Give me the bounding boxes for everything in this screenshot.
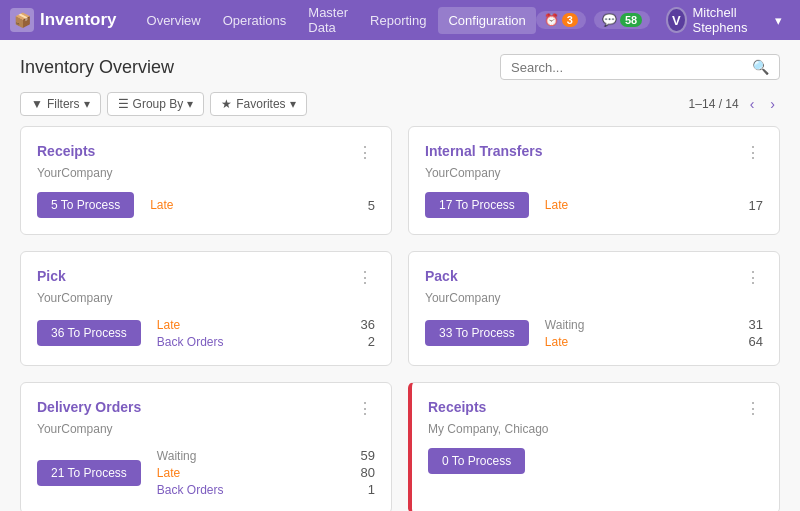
filters-button[interactable]: ▼ Filters ▾ bbox=[20, 92, 101, 116]
search-icon: 🔍 bbox=[752, 59, 769, 75]
clock-count: 3 bbox=[562, 13, 578, 27]
stat-value: 80 bbox=[361, 465, 375, 480]
card-stats: Late 36 Back Orders 2 bbox=[157, 317, 375, 349]
card-title[interactable]: Receipts bbox=[428, 399, 486, 415]
stat-label: Late bbox=[157, 318, 180, 332]
card-company: YourCompany bbox=[37, 166, 375, 180]
group-label: Group By bbox=[133, 97, 184, 111]
group-icon: ☰ bbox=[118, 97, 129, 111]
card-title[interactable]: Pack bbox=[425, 268, 458, 284]
stat-label: Back Orders bbox=[157, 483, 224, 497]
favorites-button[interactable]: ★ Favorites ▾ bbox=[210, 92, 306, 116]
card-header: Delivery Orders ⋮ bbox=[37, 399, 375, 418]
brand[interactable]: 📦 Inventory bbox=[10, 8, 117, 32]
card-stats: Late 5 bbox=[150, 198, 375, 213]
stat-row: Back Orders 2 bbox=[157, 334, 375, 349]
nav-master-data[interactable]: Master Data bbox=[298, 0, 358, 41]
process-button[interactable]: 33 To Process bbox=[425, 320, 529, 346]
card-header: Pack ⋮ bbox=[425, 268, 763, 287]
card-delivery-orders: Delivery Orders ⋮ YourCompany 21 To Proc… bbox=[20, 382, 392, 511]
card-header: Receipts ⋮ bbox=[428, 399, 763, 418]
card-body: 17 To Process Late 17 bbox=[425, 192, 763, 218]
card-receipts: Receipts ⋮ YourCompany 5 To Process Late… bbox=[20, 126, 392, 235]
stat-row: Late 80 bbox=[157, 465, 375, 480]
nav-right: ⏰ 3 💬 58 V Mitchell Stephens ▾ bbox=[536, 1, 790, 39]
stat-value: 2 bbox=[368, 334, 375, 349]
search-bar[interactable]: 🔍 bbox=[500, 54, 780, 80]
stat-value: 31 bbox=[749, 317, 763, 332]
stat-value: 36 bbox=[361, 317, 375, 332]
pagination-text: 1–14 / 14 bbox=[689, 97, 739, 111]
stat-row: Late 5 bbox=[150, 198, 375, 213]
card-menu-button[interactable]: ⋮ bbox=[745, 399, 763, 418]
card-title[interactable]: Receipts bbox=[37, 143, 95, 159]
stat-value: 17 bbox=[749, 198, 763, 213]
card-company: YourCompany bbox=[37, 422, 375, 436]
stat-row: Late 17 bbox=[545, 198, 763, 213]
card-header: Pick ⋮ bbox=[37, 268, 375, 287]
chat-count: 58 bbox=[620, 13, 642, 27]
favorites-caret-icon: ▾ bbox=[290, 97, 296, 111]
card-pack: Pack ⋮ YourCompany 33 To Process Waiting… bbox=[408, 251, 780, 366]
card-title[interactable]: Internal Transfers bbox=[425, 143, 543, 159]
card-header: Receipts ⋮ bbox=[37, 143, 375, 162]
favorites-label: Favorites bbox=[236, 97, 285, 111]
card-body: 5 To Process Late 5 bbox=[37, 192, 375, 218]
clock-badge[interactable]: ⏰ 3 bbox=[536, 11, 586, 29]
card-body: 36 To Process Late 36 Back Orders 2 bbox=[37, 317, 375, 349]
chat-badge[interactable]: 💬 58 bbox=[594, 11, 650, 29]
card-company: YourCompany bbox=[425, 291, 763, 305]
stat-label: Late bbox=[150, 198, 173, 212]
card-menu-button[interactable]: ⋮ bbox=[357, 399, 375, 418]
clock-icon: ⏰ bbox=[544, 13, 559, 27]
card-title[interactable]: Delivery Orders bbox=[37, 399, 141, 415]
chat-icon: 💬 bbox=[602, 13, 617, 27]
stat-label: Late bbox=[545, 335, 568, 349]
card-stats: Late 17 bbox=[545, 198, 763, 213]
card-company: My Company, Chicago bbox=[428, 422, 763, 436]
card-company: YourCompany bbox=[425, 166, 763, 180]
card-menu-button[interactable]: ⋮ bbox=[745, 143, 763, 162]
filter-caret-icon: ▾ bbox=[84, 97, 90, 111]
star-icon: ★ bbox=[221, 97, 232, 111]
nav-overview[interactable]: Overview bbox=[137, 7, 211, 34]
nav-configuration[interactable]: Configuration bbox=[438, 7, 535, 34]
page-header: Inventory Overview 🔍 bbox=[0, 40, 800, 88]
card-stats: Waiting 59 Late 80 Back Orders 1 bbox=[157, 448, 375, 497]
brand-label: Inventory bbox=[40, 10, 117, 30]
card-menu-button[interactable]: ⋮ bbox=[357, 143, 375, 162]
stat-label: Waiting bbox=[157, 449, 197, 463]
stat-row: Late 64 bbox=[545, 334, 763, 349]
process-button[interactable]: 17 To Process bbox=[425, 192, 529, 218]
nav-links: Overview Operations Master Data Reportin… bbox=[137, 0, 536, 41]
user-avatar: V bbox=[666, 7, 686, 33]
card-menu-button[interactable]: ⋮ bbox=[745, 268, 763, 287]
card-pick: Pick ⋮ YourCompany 36 To Process Late 36… bbox=[20, 251, 392, 366]
nav-operations[interactable]: Operations bbox=[213, 7, 297, 34]
toolbar: ▼ Filters ▾ ☰ Group By ▾ ★ Favorites ▾ 1… bbox=[0, 88, 800, 126]
next-page-button[interactable]: › bbox=[765, 94, 780, 114]
search-input[interactable] bbox=[511, 60, 752, 75]
process-button[interactable]: 5 To Process bbox=[37, 192, 134, 218]
card-company: YourCompany bbox=[37, 291, 375, 305]
user-menu[interactable]: V Mitchell Stephens ▾ bbox=[658, 1, 790, 39]
card-body: 21 To Process Waiting 59 Late 80 Back Or… bbox=[37, 448, 375, 497]
stat-label: Back Orders bbox=[157, 335, 224, 349]
stat-label: Late bbox=[545, 198, 568, 212]
prev-page-button[interactable]: ‹ bbox=[745, 94, 760, 114]
group-caret-icon: ▾ bbox=[187, 97, 193, 111]
process-button[interactable]: 21 To Process bbox=[37, 460, 141, 486]
process-button[interactable]: 36 To Process bbox=[37, 320, 141, 346]
process-button[interactable]: 0 To Process bbox=[428, 448, 525, 474]
card-body: 33 To Process Waiting 31 Late 64 bbox=[425, 317, 763, 349]
stat-label: Late bbox=[157, 466, 180, 480]
card-menu-button[interactable]: ⋮ bbox=[357, 268, 375, 287]
page-title: Inventory Overview bbox=[20, 57, 174, 78]
card-title[interactable]: Pick bbox=[37, 268, 66, 284]
stat-row: Back Orders 1 bbox=[157, 482, 375, 497]
card-receipts-chicago: Receipts ⋮ My Company, Chicago 0 To Proc… bbox=[408, 382, 780, 511]
nav-reporting[interactable]: Reporting bbox=[360, 7, 436, 34]
navbar: 📦 Inventory Overview Operations Master D… bbox=[0, 0, 800, 40]
stat-row: Waiting 31 bbox=[545, 317, 763, 332]
group-by-button[interactable]: ☰ Group By ▾ bbox=[107, 92, 205, 116]
